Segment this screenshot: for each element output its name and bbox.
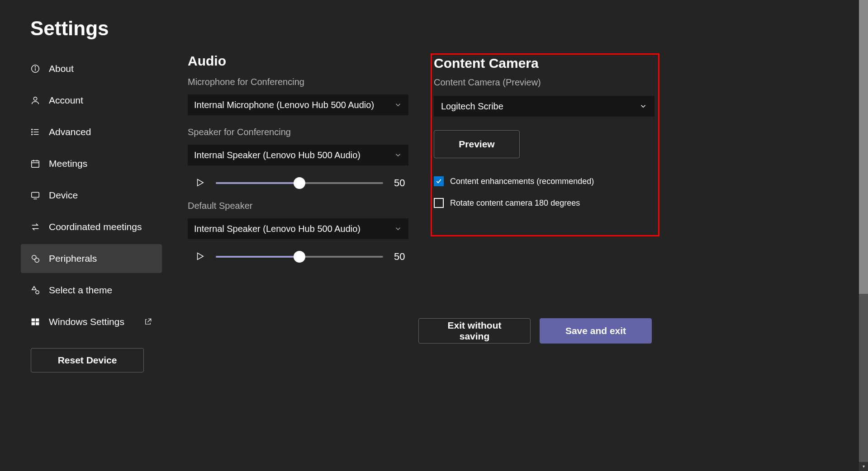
calendar-icon [30, 158, 41, 169]
svg-point-17 [35, 258, 39, 262]
chevron-down-icon [394, 225, 402, 233]
scrollbar-thumb[interactable] [859, 0, 868, 294]
svg-rect-14 [32, 193, 39, 198]
svg-point-18 [36, 291, 39, 294]
speaker-dropdown[interactable]: Internal Speaker (Lenovo Hub 500 Audio) [188, 145, 408, 165]
rotate-camera-label: Rotate content camera 180 degrees [450, 198, 580, 208]
svg-rect-21 [32, 322, 35, 325]
play-icon[interactable] [195, 251, 206, 262]
microphone-label: Microphone for Conferencing [188, 77, 414, 87]
monitor-icon [30, 190, 41, 201]
slider-thumb[interactable] [294, 177, 305, 189]
chevron-down-icon [639, 102, 647, 110]
svg-point-7 [32, 129, 33, 130]
windows-icon [30, 316, 41, 327]
sidebar-item-label: Advanced [49, 127, 162, 137]
sidebar-item-peripherals[interactable]: Peripherals [21, 244, 162, 273]
chevron-down-icon [394, 151, 402, 159]
play-icon[interactable] [195, 178, 206, 188]
sidebar-item-account[interactable]: Account [21, 86, 162, 115]
sidebar-item-coordinated-meetings[interactable]: Coordinated meetings [21, 212, 162, 241]
content-enhancements-label: Content enhancements (recommended) [450, 177, 594, 186]
sidebar-item-label: Select a theme [49, 285, 162, 296]
sidebar-item-advanced[interactable]: Advanced [21, 118, 162, 146]
reset-device-button[interactable]: Reset Device [31, 348, 144, 372]
external-link-icon [144, 318, 152, 326]
svg-rect-20 [36, 319, 39, 322]
chevron-down-icon [394, 101, 402, 109]
slider-fill [216, 256, 299, 258]
content-camera-section: Content Camera Content Camera (Preview) … [431, 53, 659, 236]
page-title: Settings [30, 17, 109, 40]
default-speaker-volume-slider[interactable] [216, 256, 383, 258]
audio-heading: Audio [188, 53, 414, 69]
sidebar-item-label: Peripherals [49, 253, 162, 264]
microphone-dropdown[interactable]: Internal Microphone (Lenovo Hub 500 Audi… [188, 94, 408, 115]
speaker-label: Speaker for Conferencing [188, 127, 414, 137]
info-icon [30, 63, 41, 74]
rotate-camera-checkbox[interactable] [434, 198, 444, 208]
speaker-volume-row: 50 [188, 177, 414, 189]
scrollbar-down-arrow[interactable]: ▾ [859, 462, 868, 471]
vertical-scrollbar[interactable]: ▾ [859, 0, 868, 471]
shapes-icon [30, 285, 41, 296]
microphone-value: Internal Microphone (Lenovo Hub 500 Audi… [194, 100, 374, 110]
sidebar-item-meetings[interactable]: Meetings [21, 149, 162, 178]
exit-without-saving-button[interactable]: Exit without saving [418, 318, 531, 344]
svg-rect-10 [32, 161, 39, 168]
default-speaker-value: Internal Speaker (Lenovo Hub 500 Audio) [194, 224, 360, 234]
sidebar-item-label: Account [49, 95, 162, 106]
sidebar-item-label: Coordinated meetings [49, 221, 162, 232]
speaker-volume-value: 50 [394, 177, 405, 189]
svg-rect-19 [32, 319, 35, 322]
preview-button[interactable]: Preview [434, 130, 520, 158]
default-speaker-dropdown[interactable]: Internal Speaker (Lenovo Hub 500 Audio) [188, 218, 408, 239]
sidebar-item-label: Windows Settings [49, 316, 144, 327]
sidebar-item-about[interactable]: About [21, 54, 162, 83]
person-icon [30, 95, 41, 106]
default-speaker-volume-value: 50 [394, 251, 405, 263]
peripherals-icon [30, 253, 41, 264]
settings-sidebar: About Account Advanced Meetings Device C… [21, 54, 162, 372]
swap-icon [30, 221, 41, 232]
svg-rect-22 [36, 322, 39, 325]
slider-thumb[interactable] [294, 251, 305, 263]
speaker-value: Internal Speaker (Lenovo Hub 500 Audio) [194, 150, 360, 160]
svg-point-8 [32, 132, 33, 132]
slider-fill [216, 182, 299, 184]
sidebar-item-label: About [49, 63, 162, 74]
svg-point-3 [33, 97, 37, 100]
content-camera-dropdown[interactable]: Logitech Scribe [434, 96, 655, 117]
content-enhancements-checkbox[interactable] [434, 176, 444, 186]
sidebar-item-device[interactable]: Device [21, 181, 162, 210]
rotate-camera-row: Rotate content camera 180 degrees [434, 198, 658, 208]
sidebar-item-label: Meetings [49, 158, 162, 169]
sidebar-item-windows-settings[interactable]: Windows Settings [21, 307, 162, 336]
content-enhancements-row: Content enhancements (recommended) [434, 176, 658, 186]
svg-point-9 [32, 134, 33, 135]
sidebar-item-label: Device [49, 190, 162, 201]
footer-actions: Exit without saving Save and exit [418, 318, 652, 344]
content-camera-sublabel: Content Camera (Preview) [434, 77, 658, 88]
list-icon [30, 127, 41, 137]
svg-point-2 [35, 66, 35, 67]
speaker-volume-slider[interactable] [216, 182, 383, 184]
audio-section: Audio Microphone for Conferencing Intern… [188, 53, 414, 263]
default-speaker-label: Default Speaker [188, 201, 414, 211]
sidebar-item-select-theme[interactable]: Select a theme [21, 276, 162, 305]
content-camera-heading: Content Camera [434, 56, 658, 71]
content-camera-value: Logitech Scribe [441, 101, 503, 112]
default-speaker-volume-row: 50 [188, 251, 414, 263]
save-and-exit-button[interactable]: Save and exit [540, 318, 652, 344]
